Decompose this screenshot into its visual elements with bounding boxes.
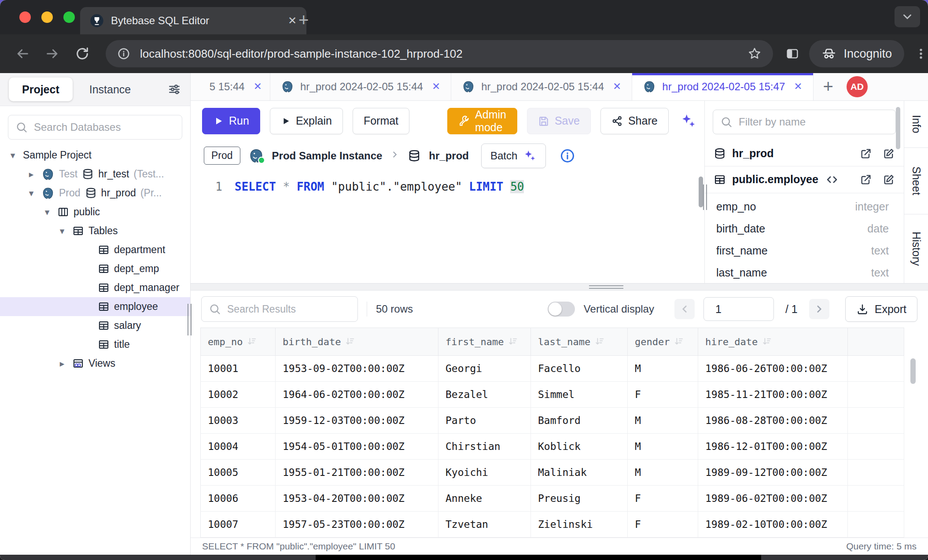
schema-table-row[interactable]: public.employee bbox=[705, 166, 904, 193]
user-avatar[interactable]: AD bbox=[847, 76, 868, 97]
close-window-button[interactable] bbox=[19, 11, 31, 23]
back-icon[interactable] bbox=[15, 46, 30, 61]
column-row[interactable]: first_nametext bbox=[705, 240, 904, 262]
search-databases-input[interactable]: Search Databases bbox=[8, 115, 182, 140]
minimize-window-button[interactable] bbox=[41, 11, 53, 23]
editor-tab[interactable]: hr_prod 2024-02-05 15:44✕ bbox=[451, 73, 632, 100]
close-tab-icon[interactable]: ✕ bbox=[254, 81, 262, 92]
sort-icon[interactable] bbox=[762, 337, 772, 346]
rail-tab-info[interactable]: Info bbox=[904, 101, 928, 148]
tree-item-salary[interactable]: salary bbox=[0, 316, 190, 335]
export-button[interactable]: Export bbox=[845, 296, 917, 322]
admin-mode-button[interactable]: Admin mode bbox=[447, 108, 517, 134]
forward-icon[interactable] bbox=[45, 46, 60, 61]
browser-tab[interactable]: Bytebase SQL Editor ✕ bbox=[80, 7, 306, 34]
sql-editor[interactable]: 1 SELECT * FROM "public"."employee" LIMI… bbox=[191, 170, 704, 283]
column-header-birth_date[interactable]: birth_date bbox=[276, 328, 438, 356]
postgres-elephant-icon bbox=[248, 148, 264, 164]
tree-item-dept_emp[interactable]: dept_emp bbox=[0, 259, 190, 278]
tree-item-title[interactable]: title bbox=[0, 335, 190, 354]
new-sheet-button[interactable]: + bbox=[814, 73, 843, 100]
reload-icon[interactable] bbox=[75, 46, 90, 61]
database-name[interactable]: hr_prod bbox=[429, 150, 469, 162]
tree-item-hr_prod[interactable]: ▾Prodhr_prod(Pr... bbox=[0, 184, 190, 203]
tree-item-department[interactable]: department bbox=[0, 240, 190, 259]
environment-chip[interactable]: Prod bbox=[204, 147, 240, 165]
close-tab-icon[interactable]: ✕ bbox=[288, 15, 297, 27]
tree-item-Sample Project[interactable]: ▾Sample Project bbox=[0, 146, 190, 165]
instance-name[interactable]: Prod Sample Instance bbox=[272, 150, 383, 162]
edit-icon[interactable] bbox=[883, 147, 895, 160]
close-tab-icon[interactable]: ✕ bbox=[794, 81, 802, 92]
bookmark-star-icon[interactable] bbox=[748, 47, 762, 61]
tab-search-chevron-button[interactable] bbox=[895, 6, 920, 27]
tree-item-dept_manager[interactable]: dept_manager bbox=[0, 278, 190, 297]
side-panel-icon[interactable] bbox=[785, 47, 799, 61]
column-row[interactable]: emp_nointeger bbox=[705, 196, 904, 218]
column-header-hire_date[interactable]: hire_date bbox=[698, 328, 848, 356]
edit-icon[interactable] bbox=[883, 173, 895, 186]
results-splitter[interactable] bbox=[191, 283, 928, 291]
column-header-last_name[interactable]: last_name bbox=[531, 328, 628, 356]
table-cell: Bamford bbox=[531, 408, 628, 434]
sort-icon[interactable] bbox=[595, 337, 604, 346]
browser-menu-icon[interactable] bbox=[914, 47, 928, 61]
code-icon[interactable] bbox=[825, 173, 839, 186]
ai-sparkles-icon[interactable] bbox=[679, 112, 697, 130]
tree-item-Tables[interactable]: ▾Tables bbox=[0, 221, 190, 240]
column-header-emp_no[interactable]: emp_no bbox=[201, 328, 276, 356]
editor-tab[interactable]: 5 15:44✕ bbox=[191, 73, 270, 100]
schema-database-row[interactable]: hr_prod bbox=[705, 141, 904, 166]
sort-icon[interactable] bbox=[345, 337, 355, 346]
format-button[interactable]: Format bbox=[353, 108, 409, 134]
next-page-button[interactable] bbox=[809, 299, 829, 319]
info-circle-icon[interactable] bbox=[560, 148, 575, 163]
table-row[interactable]: 100011953-09-02T00:00:00ZGeorgiFacelloM1… bbox=[201, 356, 904, 382]
column-header-first_name[interactable]: first_name bbox=[438, 328, 531, 356]
close-tab-icon[interactable]: ✕ bbox=[432, 81, 440, 92]
site-info-icon[interactable] bbox=[117, 47, 130, 60]
tab-instance[interactable]: Instance bbox=[76, 77, 144, 101]
address-bar[interactable]: localhost:8080/sql-editor/prod-sample-in… bbox=[106, 40, 773, 67]
page-number-input[interactable]: 1 bbox=[703, 297, 774, 321]
prev-page-button[interactable] bbox=[674, 299, 695, 319]
filter-by-name-input[interactable]: Filter by name bbox=[713, 110, 896, 134]
column-row[interactable]: last_nametext bbox=[705, 262, 904, 283]
filter-sliders-icon[interactable] bbox=[167, 82, 181, 96]
sort-icon[interactable] bbox=[247, 337, 257, 346]
results-scrollbar[interactable] bbox=[910, 358, 916, 384]
tree-item-public[interactable]: ▾public bbox=[0, 203, 190, 221]
zoom-window-button[interactable] bbox=[63, 11, 75, 23]
rail-tab-history[interactable]: History bbox=[904, 214, 928, 283]
vertical-display-toggle[interactable] bbox=[548, 302, 575, 317]
tree-item-employee[interactable]: employee bbox=[0, 297, 190, 316]
table-row[interactable]: 100021964-06-02T00:00:00ZBezalelSimmelF1… bbox=[201, 382, 904, 408]
editor-scrollbar[interactable] bbox=[699, 177, 703, 207]
external-link-icon[interactable] bbox=[860, 147, 872, 160]
tree-item-hr_test[interactable]: ▸Testhr_test(Test... bbox=[0, 165, 190, 184]
table-row[interactable]: 100041954-05-01T00:00:00ZChirstianKoblic… bbox=[201, 434, 904, 460]
column-row[interactable]: birth_datedate bbox=[705, 218, 904, 240]
table-row[interactable]: 100051955-01-21T00:00:00ZKyoichiMaliniak… bbox=[201, 460, 904, 486]
rail-tab-sheet[interactable]: Sheet bbox=[904, 148, 928, 214]
schema-scrollbar[interactable] bbox=[896, 107, 900, 149]
table-row[interactable]: 100031959-12-03T00:00:00ZPartoBamfordM19… bbox=[201, 408, 904, 434]
row-count: 50 rows bbox=[376, 303, 413, 315]
search-results-input[interactable]: Search Results bbox=[201, 296, 358, 322]
external-link-icon[interactable] bbox=[860, 173, 872, 186]
table-row[interactable]: 100061953-04-20T00:00:00ZAnnekePreusigF1… bbox=[201, 486, 904, 512]
share-button[interactable]: Share bbox=[600, 108, 669, 134]
editor-tab[interactable]: hr_prod 2024-02-05 15:44✕ bbox=[270, 73, 451, 100]
close-tab-icon[interactable]: ✕ bbox=[613, 81, 621, 92]
column-header-gender[interactable]: gender bbox=[628, 328, 698, 356]
new-tab-button[interactable]: + bbox=[298, 10, 309, 30]
explain-button[interactable]: Explain bbox=[270, 108, 343, 134]
run-button[interactable]: Run bbox=[202, 108, 260, 134]
batch-button[interactable]: Batch bbox=[481, 144, 546, 168]
editor-tab[interactable]: hr_prod 2024-02-05 15:47✕ bbox=[632, 73, 813, 100]
table-row[interactable]: 100071957-05-23T00:00:00ZTzvetanZielinsk… bbox=[201, 512, 904, 538]
sort-icon[interactable] bbox=[508, 337, 518, 346]
tree-item-Views[interactable]: ▸Views bbox=[0, 354, 190, 373]
sort-icon[interactable] bbox=[674, 337, 684, 346]
tab-project[interactable]: Project bbox=[9, 77, 73, 101]
